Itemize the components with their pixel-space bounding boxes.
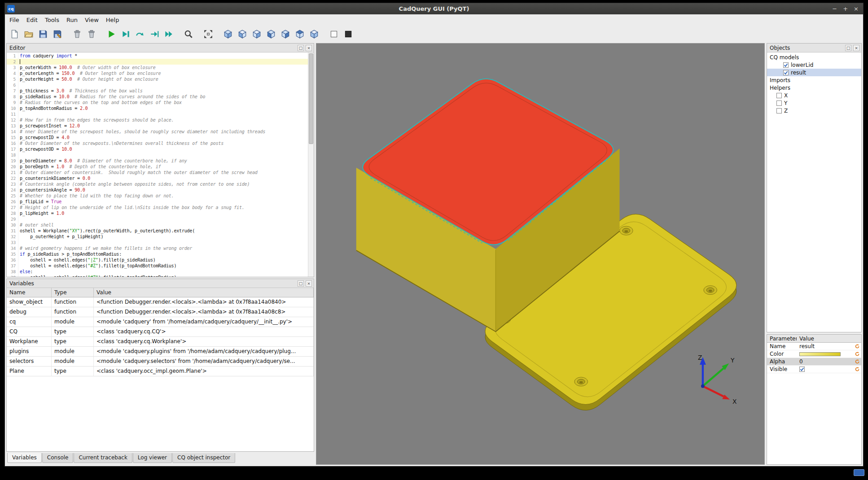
code-line[interactable]: 3p_outerWidth = 100.0 # Outer width of b… xyxy=(7,65,308,70)
code-line[interactable]: 9# Radius for the curves on the top and … xyxy=(7,100,308,105)
table-row[interactable]: pluginsmodule<module 'cadquery.plugins' … xyxy=(7,347,314,357)
param-row-visible[interactable]: Visible xyxy=(767,366,861,373)
code-line[interactable]: 13p_screwpostInset = 12.0 xyxy=(7,123,308,129)
cube-iso-button[interactable] xyxy=(221,27,235,41)
param-row-color[interactable]: Color xyxy=(767,350,861,358)
color-swatch[interactable] xyxy=(799,352,841,356)
param-row-alpha[interactable]: Alpha0 xyxy=(767,358,861,366)
code-line[interactable]: 4p_outerLength = 150.0 # Outer length of… xyxy=(7,70,308,76)
code-line[interactable]: 14# nner Diameter of the screwpost holes… xyxy=(7,129,308,135)
menu-view[interactable]: View xyxy=(81,15,102,25)
table-row[interactable]: debugfunction<function Debugger.render.<… xyxy=(7,307,314,317)
reset-icon[interactable] xyxy=(853,359,861,364)
titlebar[interactable]: cq CadQuery GUI (PyQT) − + × xyxy=(5,3,863,14)
table-row[interactable]: cqmodule<module 'cadquery' from '/home/a… xyxy=(7,317,314,327)
tree-item-helpers[interactable]: Helpers xyxy=(767,84,861,92)
checkbox[interactable] xyxy=(776,108,782,113)
maximize-button[interactable]: + xyxy=(843,6,848,12)
code-line[interactable]: 7p_thickness = 3.0 # Thickness of the bo… xyxy=(7,88,308,94)
tree-item-result[interactable]: result xyxy=(767,69,861,76)
column-header[interactable]: Name xyxy=(7,288,52,297)
tree-item-z[interactable]: Z xyxy=(767,107,861,114)
tree-item-imports[interactable]: Imports xyxy=(767,76,861,84)
debug-button[interactable] xyxy=(119,27,132,41)
menu-help[interactable]: Help xyxy=(102,15,123,25)
code-line[interactable]: 11 xyxy=(7,111,308,117)
code-line[interactable]: 24p_countersinkAngle = 90.0 xyxy=(7,187,308,193)
cube-bottom-button[interactable] xyxy=(307,27,321,41)
scrollbar-thumb[interactable] xyxy=(309,53,313,144)
step-over-button[interactable] xyxy=(133,27,147,41)
table-row[interactable]: CQtype<class 'cadquery.cq.CQ'> xyxy=(7,327,314,337)
close-panel-icon[interactable]: × xyxy=(306,280,312,287)
code-line[interactable]: 32 p_outerHeight + p_lipHeight) xyxy=(7,234,308,240)
save-as-button[interactable] xyxy=(51,27,64,41)
reset-icon[interactable] xyxy=(853,351,861,357)
fast-forward-button[interactable] xyxy=(162,27,175,41)
close-panel-icon[interactable]: × xyxy=(306,45,312,51)
delete-button[interactable] xyxy=(70,27,84,41)
code-line[interactable]: 37 oshell = oshell.edges("#Z").fillet(p_… xyxy=(7,263,308,269)
viewport-3d[interactable]: Z Y X xyxy=(316,43,765,465)
column-header[interactable]: Value xyxy=(94,288,314,297)
cube-left-button[interactable] xyxy=(264,27,278,41)
tree-item-x[interactable]: X xyxy=(767,92,861,99)
checkbox[interactable] xyxy=(776,100,782,106)
tab-cq-object-inspector[interactable]: CQ object inspector xyxy=(172,453,235,463)
fit-view-button[interactable] xyxy=(202,27,215,41)
code-line[interactable]: 16# Outer Diameter of the screwposts.\nD… xyxy=(7,140,308,146)
code-line[interactable]: 10p_topAndBottomRadius = 2.0 xyxy=(7,105,308,111)
zoom-button[interactable] xyxy=(182,27,195,41)
code-line[interactable]: 26p_flipLid = True xyxy=(7,199,308,205)
code-line[interactable]: 25# Whether to place the lid with the to… xyxy=(7,193,308,199)
menu-tools[interactable]: Tools xyxy=(41,15,63,25)
table-row[interactable]: Planetype<class 'cadquery.occ_impl.geom.… xyxy=(7,367,314,376)
code-line[interactable]: 6 xyxy=(7,82,308,88)
code-line[interactable]: 20p_boreDepth = 1.0 # Depth of the count… xyxy=(7,164,308,170)
close-panel-icon[interactable]: × xyxy=(853,45,859,51)
code-editor[interactable]: 1from cadquery import *23p_outerWidth = … xyxy=(7,52,314,277)
cube-front-button[interactable] xyxy=(236,27,249,41)
tab-variables[interactable]: Variables xyxy=(7,453,42,463)
checkbox[interactable] xyxy=(776,93,782,98)
code-line[interactable]: 29 xyxy=(7,216,308,222)
close-button[interactable]: × xyxy=(854,6,859,12)
code-line[interactable]: 28p_lipHeight = 1.0 xyxy=(7,210,308,216)
cube-back-button[interactable] xyxy=(250,27,263,41)
tree-item-y[interactable]: Y xyxy=(767,99,861,107)
code-line[interactable]: 17p_screwpostOD = 10.0 xyxy=(7,146,308,152)
float-panel-icon[interactable]: □ xyxy=(298,45,304,51)
new-file-button[interactable] xyxy=(8,27,21,41)
code-line[interactable]: 1from cadquery import * xyxy=(7,53,308,59)
tab-console[interactable]: Console xyxy=(42,453,74,463)
code-line[interactable]: 34# weird geometry happens if we make th… xyxy=(7,245,308,251)
code-line[interactable]: 39 oshell = oshell.edges("#Z").fillet(p_… xyxy=(7,275,308,277)
table-row[interactable]: Workplanetype<class 'cadquery.cq.Workpla… xyxy=(7,337,314,347)
reset-icon[interactable] xyxy=(853,367,861,372)
menu-run[interactable]: Run xyxy=(63,15,81,25)
run-button[interactable] xyxy=(105,27,118,41)
save-button[interactable] xyxy=(36,27,50,41)
code-line[interactable]: 22p_countersinkDiameter = 0.0 xyxy=(7,175,308,181)
reset-icon[interactable] xyxy=(853,344,861,349)
code-line[interactable]: 21# Outer diameter of countersink. Shoul… xyxy=(7,170,308,175)
code-line[interactable]: 19p_boreDiameter = 8.0 # Diameter of the… xyxy=(7,158,308,164)
open-file-button[interactable] xyxy=(22,27,35,41)
tree-item-lowerlid[interactable]: lowerLid xyxy=(767,61,861,69)
float-panel-icon[interactable]: □ xyxy=(845,45,851,51)
code-line[interactable]: 35if p_sideRadius > p_topAndBottomRadius… xyxy=(7,251,308,257)
code-line[interactable]: 5p_outerHeight = 50.0 # Outer height of … xyxy=(7,76,308,82)
column-header[interactable]: Parameter xyxy=(767,336,797,342)
menu-file[interactable]: File xyxy=(6,15,23,25)
tab-log-viewer[interactable]: Log viewer xyxy=(133,453,172,463)
code-line[interactable]: 27# Height of lip on the underside of th… xyxy=(7,205,308,210)
cube-top-button[interactable] xyxy=(293,27,307,41)
code-line[interactable]: 36 oshell = oshell.edges("|Z").fillet(p_… xyxy=(7,257,308,263)
tab-current-traceback[interactable]: Current traceback xyxy=(74,453,132,463)
trash-button[interactable] xyxy=(85,27,98,41)
code-line[interactable]: 18 xyxy=(7,152,308,158)
code-line[interactable]: 8p_sideRadius = 10.0 # Radius for the cu… xyxy=(7,94,308,100)
code-line[interactable]: 30# outer shell xyxy=(7,222,308,228)
column-header[interactable]: Value xyxy=(797,336,861,342)
param-row-name[interactable]: Nameresult xyxy=(767,343,861,350)
